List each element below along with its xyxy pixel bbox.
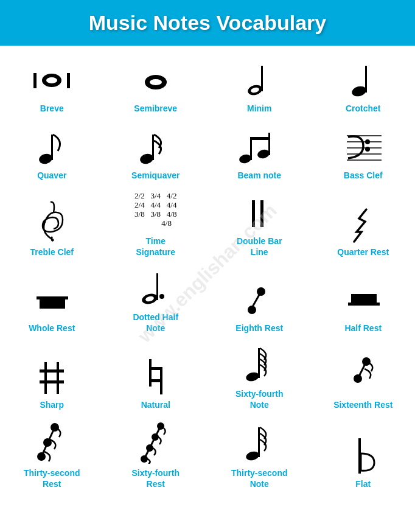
item-label: Minim	[247, 103, 271, 114]
list-item: Beam note	[208, 119, 312, 186]
list-item: Thirty-secondRest	[0, 415, 104, 494]
list-item: 2/2 3/4 4/2 2/4 4/4 4/4 3/8 3/8 4/8 4/8 …	[104, 186, 208, 262]
list-item: Quarter Rest	[312, 186, 416, 262]
item-label: Eighth Rest	[235, 323, 283, 334]
item-label: Quaver	[37, 170, 66, 181]
list-item: Sixty-fourthRest	[104, 415, 208, 494]
list-item: Thirty-secondNote	[208, 415, 312, 494]
item-label: Half Rest	[344, 323, 382, 334]
list-item: Treble Clef	[0, 186, 104, 262]
list-item: Eighth Rest	[208, 262, 312, 338]
svg-rect-48	[258, 348, 260, 378]
page-title: Music Notes Vocabulary	[6, 11, 409, 35]
svg-point-34	[159, 294, 164, 299]
item-label: Semibreve	[134, 103, 177, 114]
svg-rect-1	[67, 73, 70, 88]
svg-rect-29	[40, 299, 65, 309]
item-label: Dotted HalfNote	[133, 312, 178, 334]
svg-point-36	[248, 306, 256, 314]
list-item: Quaver	[0, 119, 104, 186]
svg-rect-45	[149, 367, 162, 370]
item-label: Beam note	[237, 170, 281, 181]
svg-point-13	[139, 152, 154, 165]
list-item: Bass Clef	[312, 119, 416, 186]
list-item: Half Rest	[312, 262, 416, 338]
list-item: Double BarLine	[208, 186, 312, 262]
svg-point-5	[150, 79, 162, 85]
list-item: Minim	[208, 52, 312, 119]
svg-rect-14	[152, 135, 154, 160]
item-label: Bass Clef	[344, 170, 383, 181]
svg-rect-46	[149, 379, 162, 382]
item-label: Thirty-secondNote	[231, 467, 288, 489]
list-item: Sixty-fourthNote	[208, 339, 312, 415]
svg-point-58	[245, 450, 260, 461]
svg-rect-0	[33, 73, 37, 88]
svg-point-11	[38, 152, 54, 165]
item-label: Sixty-fourthRest	[131, 467, 180, 489]
item-label: Flat	[355, 478, 371, 489]
item-label: Double BarLine	[237, 236, 282, 257]
item-label: Sixteenth Rest	[333, 399, 392, 410]
list-item: Dotted HalfNote	[104, 262, 208, 338]
item-label: Thirty-secondRest	[24, 467, 80, 489]
svg-rect-10	[365, 66, 367, 93]
item-label: Sixty-fourthNote	[235, 388, 284, 410]
svg-rect-33	[156, 273, 158, 300]
svg-rect-8	[261, 66, 263, 91]
svg-rect-59	[258, 427, 260, 457]
svg-point-3	[46, 77, 57, 83]
list-item: Semibreve	[104, 52, 208, 119]
list-item: Crotchet	[312, 52, 416, 119]
list-item: Flat	[312, 415, 416, 494]
list-item: Natural	[104, 339, 208, 415]
item-label: Treble Clef	[30, 247, 74, 257]
svg-rect-28	[260, 200, 263, 227]
header: Music Notes Vocabulary	[0, 0, 415, 46]
svg-rect-43	[149, 359, 152, 387]
svg-rect-30	[37, 296, 68, 299]
svg-rect-12	[51, 135, 53, 160]
item-label: Semiquaver	[131, 170, 180, 181]
svg-rect-27	[252, 200, 255, 227]
list-item: Sixteenth Rest	[312, 339, 416, 415]
item-label: Crotchet	[346, 103, 381, 114]
svg-rect-42	[40, 380, 64, 383]
svg-rect-19	[250, 137, 270, 140]
list-item: Semiquaver	[104, 119, 208, 186]
item-label: Sharp	[40, 399, 64, 410]
svg-rect-38	[348, 303, 380, 306]
list-item: Whole Rest	[0, 262, 104, 338]
svg-rect-39	[44, 362, 47, 394]
item-label: Quarter Rest	[337, 247, 389, 257]
grid: www.englishan.com Breve Semibreve	[0, 46, 415, 500]
svg-point-47	[245, 371, 260, 382]
item-label: Breve	[40, 103, 64, 114]
list-item: Breve	[0, 52, 104, 119]
svg-rect-41	[40, 369, 64, 373]
svg-rect-37	[351, 294, 377, 304]
item-label: Natural	[141, 399, 170, 410]
svg-point-21	[365, 147, 370, 152]
item-label: TimeSignature	[136, 236, 175, 257]
svg-rect-18	[268, 133, 270, 155]
svg-rect-40	[57, 362, 59, 394]
list-item: Sharp	[0, 339, 104, 415]
item-label: Whole Rest	[29, 323, 75, 334]
svg-rect-17	[250, 137, 252, 160]
svg-point-9	[350, 85, 367, 98]
